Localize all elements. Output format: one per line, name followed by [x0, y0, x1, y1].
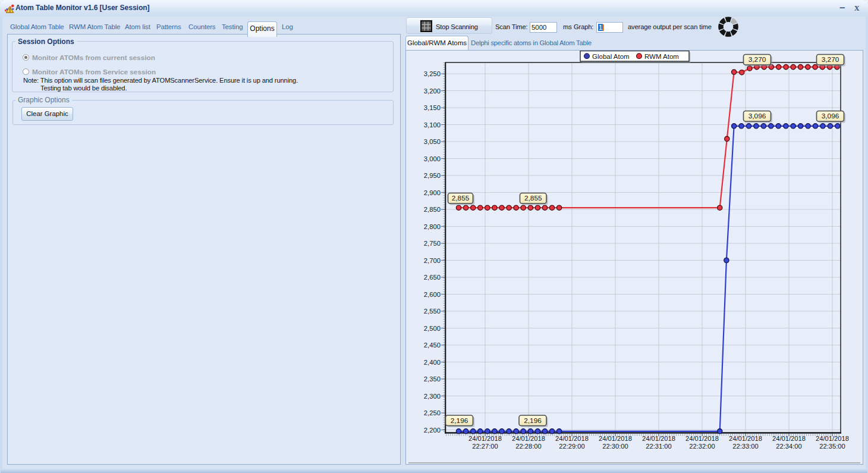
svg-text:24/01/2018: 24/01/2018 [555, 435, 589, 442]
svg-text:2,855: 2,855 [524, 194, 542, 202]
svg-text:24/01/2018: 24/01/2018 [468, 435, 502, 442]
svg-text:24/01/2018: 24/01/2018 [816, 435, 849, 442]
svg-text:22:30:00: 22:30:00 [602, 443, 628, 450]
svg-text:2,950: 2,950 [424, 172, 441, 179]
svg-text:2,750: 2,750 [424, 240, 441, 247]
svg-text:2,850: 2,850 [424, 206, 441, 213]
svg-text:2,196: 2,196 [524, 416, 542, 425]
svg-text:3,050: 3,050 [424, 138, 441, 145]
svg-text:2,550: 2,550 [424, 308, 441, 315]
svg-text:3,200: 3,200 [424, 87, 441, 95]
svg-text:2,450: 2,450 [424, 342, 441, 349]
svg-text:2,500: 2,500 [424, 325, 441, 332]
svg-text:3,270: 3,270 [822, 55, 839, 64]
svg-text:3,270: 3,270 [749, 55, 766, 64]
svg-text:22:31:00: 22:31:00 [646, 443, 672, 450]
svg-text:2,250: 2,250 [424, 409, 441, 416]
svg-text:2,196: 2,196 [451, 416, 468, 425]
svg-text:22:35:00: 22:35:00 [819, 443, 845, 450]
svg-text:24/01/2018: 24/01/2018 [729, 435, 762, 442]
svg-text:Global Atom: Global Atom [592, 53, 630, 60]
svg-text:22:29:00: 22:29:00 [559, 443, 585, 450]
svg-text:3,150: 3,150 [424, 104, 441, 111]
svg-text:2,855: 2,855 [452, 194, 470, 202]
svg-text:2,300: 2,300 [424, 393, 441, 400]
svg-text:2,700: 2,700 [424, 257, 441, 264]
svg-text:3,096: 3,096 [749, 112, 766, 120]
svg-text:3,096: 3,096 [822, 112, 839, 120]
svg-text:24/01/2018: 24/01/2018 [642, 435, 675, 442]
svg-text:2,650: 2,650 [424, 274, 441, 281]
svg-text:22:34:00: 22:34:00 [776, 443, 802, 450]
svg-text:24/01/2018: 24/01/2018 [599, 435, 632, 442]
svg-text:24/01/2018: 24/01/2018 [772, 435, 806, 442]
svg-text:2,200: 2,200 [424, 427, 441, 434]
svg-text:22:33:00: 22:33:00 [732, 443, 759, 450]
svg-text:3,100: 3,100 [424, 121, 441, 129]
svg-text:2,600: 2,600 [424, 291, 441, 298]
svg-text:RWM Atom: RWM Atom [644, 53, 679, 60]
svg-text:2,400: 2,400 [424, 359, 441, 366]
svg-text:2,800: 2,800 [424, 223, 441, 230]
svg-text:24/01/2018: 24/01/2018 [685, 435, 719, 442]
svg-text:3,000: 3,000 [424, 155, 441, 162]
svg-text:22:28:00: 22:28:00 [515, 443, 542, 450]
svg-text:24/01/2018: 24/01/2018 [512, 435, 545, 442]
svg-text:2,900: 2,900 [424, 189, 441, 196]
svg-text:2,350: 2,350 [424, 375, 441, 383]
svg-text:3,250: 3,250 [424, 70, 441, 77]
svg-text:22:32:00: 22:32:00 [689, 443, 715, 450]
svg-text:22:27:00: 22:27:00 [472, 443, 498, 450]
